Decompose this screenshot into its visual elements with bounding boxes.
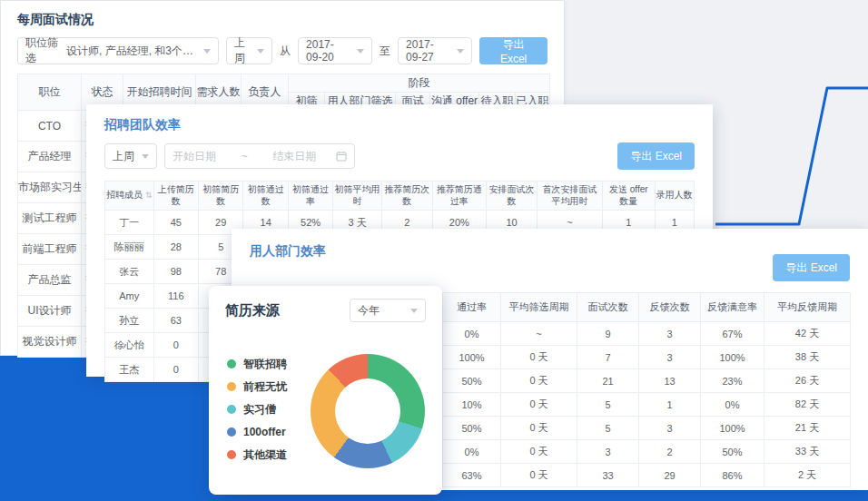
table-cell: ~ bbox=[501, 322, 577, 346]
position-filter-select[interactable]: 职位筛选 设计师, 产品经理, 和3个其他职位 bbox=[17, 37, 219, 64]
start-date-select[interactable]: 2017-09-20 bbox=[298, 37, 372, 64]
week-select[interactable]: 上周 bbox=[226, 37, 272, 64]
column-header: 安排面试次数 bbox=[487, 182, 538, 211]
column-header: 录用人数 bbox=[655, 182, 694, 211]
table-cell: 视觉设计师 bbox=[18, 327, 82, 358]
chart-legend: 智联招聘 前程无忧 实习僧 100offer 其他渠道 bbox=[227, 359, 287, 472]
table-cell: 100% bbox=[701, 417, 764, 440]
column-header: 通过率 bbox=[443, 293, 501, 322]
column-header: 平均反馈周期 bbox=[764, 293, 851, 322]
legend-dot bbox=[227, 359, 236, 368]
table-cell: 1 bbox=[639, 393, 701, 417]
legend-item[interactable]: 实习僧 bbox=[227, 404, 287, 415]
dashboard-canvas: 每周面试情况 职位筛选 设计师, 产品经理, 和3个其他职位 上周 从 2017… bbox=[0, 0, 868, 501]
calendar-icon bbox=[336, 151, 347, 162]
table-cell: 0 bbox=[153, 333, 198, 358]
legend-item[interactable]: 其他渠道 bbox=[227, 449, 287, 460]
table-cell: 3 bbox=[639, 346, 701, 369]
legend-item[interactable]: 智联招聘 bbox=[227, 359, 287, 369]
table-cell: 100% bbox=[443, 346, 501, 369]
table-cell: 116 bbox=[153, 284, 198, 309]
table-cell: Amy bbox=[105, 284, 154, 309]
table-cell: 徐心怡 bbox=[105, 333, 154, 358]
table-cell: 0 天 bbox=[501, 393, 577, 417]
legend-label: 实习僧 bbox=[243, 402, 276, 418]
export-excel-button[interactable]: 导出 Excel bbox=[617, 142, 695, 170]
end-date-placeholder: 结束日期 bbox=[272, 149, 316, 164]
table-cell: 张云 bbox=[105, 260, 154, 284]
column-header: 面试次数 bbox=[577, 293, 639, 322]
start-date-placeholder: 开始日期 bbox=[173, 149, 216, 164]
table-cell: 陈丽丽 bbox=[105, 235, 154, 260]
table-cell: 0 天 bbox=[501, 464, 577, 487]
column-header: 初筛平均用时 bbox=[333, 182, 382, 211]
week-select-value: 上周 bbox=[234, 35, 250, 66]
table-cell: 王杰 bbox=[105, 358, 154, 382]
table-cell: 0 天 bbox=[501, 417, 577, 440]
chevron-down-icon bbox=[457, 49, 464, 54]
week-select[interactable]: 上周 bbox=[104, 143, 157, 169]
table-cell: 3 bbox=[639, 417, 701, 440]
table-cell: 82 天 bbox=[764, 393, 851, 417]
table-cell: 10% bbox=[443, 393, 501, 417]
column-header: 初筛通过数 bbox=[243, 182, 288, 211]
export-excel-button[interactable]: 导出 Excel bbox=[479, 37, 547, 64]
legend-dot bbox=[227, 382, 236, 391]
table-cell: 29 bbox=[639, 464, 701, 487]
trend-line-graphic bbox=[699, 77, 868, 231]
table-cell: 前端工程师 bbox=[18, 234, 82, 265]
table-cell: 21 天 bbox=[764, 417, 851, 440]
chevron-down-icon bbox=[357, 49, 364, 54]
chevron-down-icon bbox=[410, 309, 418, 313]
table-cell: 0 bbox=[153, 358, 198, 382]
export-excel-button[interactable]: 导出 Excel bbox=[773, 254, 850, 281]
legend-dot bbox=[227, 405, 236, 414]
legend-label: 100offer bbox=[243, 426, 286, 438]
column-header: 推荐简历通过率 bbox=[432, 182, 487, 211]
table-cell: 0% bbox=[443, 322, 501, 346]
legend-label: 前程无忧 bbox=[243, 379, 287, 395]
range-separator: ~ bbox=[236, 150, 253, 162]
sort-icon[interactable]: ⇅ bbox=[145, 191, 153, 200]
table-cell: 产品经理 bbox=[18, 142, 82, 172]
table-cell: 3 bbox=[577, 440, 639, 464]
legend-dot bbox=[227, 427, 236, 437]
table-cell: 45 bbox=[153, 211, 198, 235]
page-title: 每周面试情况 bbox=[1, 1, 564, 35]
table-cell: 市场部实习生 bbox=[18, 172, 82, 203]
position-filter-value: 设计师, 产品经理, 和3个其他职位 bbox=[66, 44, 196, 59]
table-cell: 23% bbox=[701, 369, 764, 393]
table-cell: 28 bbox=[153, 235, 198, 260]
table-cell: 0 天 bbox=[501, 369, 577, 393]
end-date-select[interactable]: 2017-09-27 bbox=[398, 37, 472, 64]
chevron-down-icon bbox=[257, 49, 264, 54]
column-header: 职位 bbox=[18, 74, 82, 111]
table-cell: 21 bbox=[577, 369, 639, 393]
legend-dot bbox=[227, 450, 236, 459]
legend-item[interactable]: 100offer bbox=[227, 427, 287, 437]
end-date-value: 2017-09-27 bbox=[406, 38, 449, 64]
year-select[interactable]: 今年 bbox=[350, 299, 426, 322]
legend-label: 智联招聘 bbox=[243, 357, 287, 372]
team-filter-bar: 上周 开始日期 ~ 结束日期 导出 Excel bbox=[86, 139, 713, 170]
table-cell: 0 天 bbox=[501, 440, 577, 464]
table-cell: 测试工程师 bbox=[18, 203, 82, 234]
table-cell: 50% bbox=[443, 369, 501, 393]
table-cell: 0 天 bbox=[501, 346, 577, 369]
table-cell: 100% bbox=[701, 346, 764, 369]
table-cell: 50% bbox=[701, 440, 764, 464]
table-cell: 50% bbox=[443, 417, 501, 440]
week-select-value: 上周 bbox=[113, 149, 134, 164]
table-cell: 38 天 bbox=[764, 346, 851, 369]
table-cell: 孙立 bbox=[105, 309, 154, 333]
table-cell: 33 天 bbox=[764, 440, 851, 464]
column-header-sortable[interactable]: 招聘成员 ⇅ bbox=[105, 182, 154, 211]
column-header-label: 招聘成员 bbox=[106, 190, 143, 200]
resume-sources-header: 简历来源 今年 bbox=[209, 286, 442, 322]
panel-resume-sources: 简历来源 今年 智联招聘 前程无忧 实习僧 100offer bbox=[209, 286, 442, 495]
column-header: 上传简历数 bbox=[153, 182, 198, 211]
date-range-picker[interactable]: 开始日期 ~ 结束日期 bbox=[164, 143, 355, 169]
legend-item[interactable]: 前程无忧 bbox=[227, 381, 287, 392]
column-header: 反馈满意率 bbox=[701, 293, 764, 322]
table-cell: 63% bbox=[443, 464, 501, 487]
